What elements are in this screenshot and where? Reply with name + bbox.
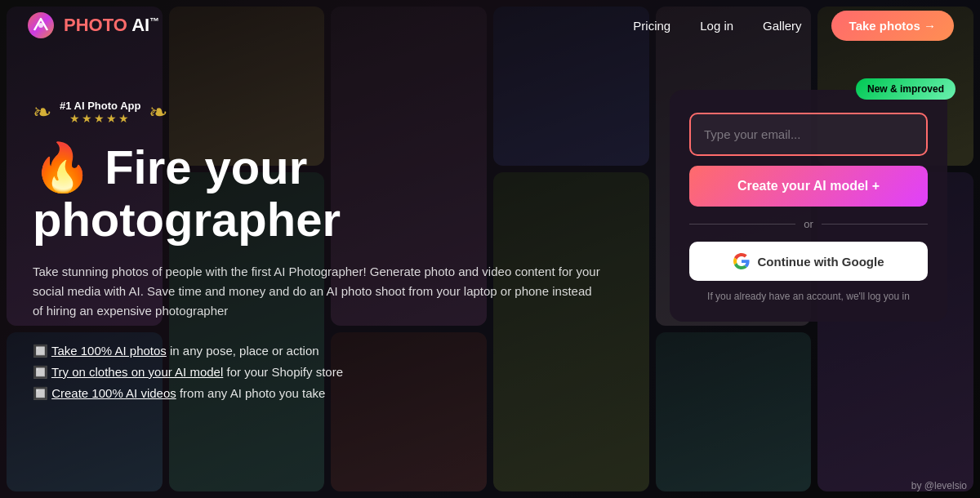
headline: 🔥 Fire your photographer: [33, 141, 637, 246]
feature-rest-3: from any AI photo you take: [180, 386, 325, 400]
form-card: New & improved Create your AI model + or…: [670, 90, 947, 322]
bullet-2: 🔲: [33, 365, 51, 379]
attribution: by @levelsio: [911, 480, 967, 491]
nav-gallery[interactable]: Gallery: [763, 19, 802, 33]
feature-link-1[interactable]: Take 100% AI photos: [51, 344, 167, 358]
award-badge: ❧ #1 AI Photo App ★★★★★ ❧: [33, 100, 637, 125]
headline-line1: Fire your: [105, 140, 307, 193]
feature-link-2[interactable]: Try on clothes on your AI model: [51, 365, 223, 379]
laurel-left: ❧: [33, 101, 51, 124]
google-btn-label: Continue with Google: [758, 255, 884, 269]
google-icon: [733, 253, 750, 269]
logo[interactable]: PHOTO AI™: [26, 11, 159, 40]
nav-cta-button[interactable]: Take photos →: [831, 11, 954, 41]
divider: or: [689, 218, 928, 230]
signin-hint: If you already have an account, we'll lo…: [689, 291, 928, 302]
navbar: PHOTO AI™ Pricing Log in Gallery Take ph…: [0, 0, 980, 51]
nav-login[interactable]: Log in: [700, 19, 733, 33]
stars: ★★★★★: [60, 112, 140, 125]
feature-rest-2: for your Shopify store: [226, 365, 343, 379]
left-content: ❧ #1 AI Photo App ★★★★★ ❧ 🔥 Fire your ph…: [33, 83, 637, 401]
badge-text: #1 AI Photo App ★★★★★: [60, 100, 140, 125]
feature-list: 🔲 Take 100% AI photos in any pose, place…: [33, 344, 637, 401]
headline-line2: photographer: [33, 193, 341, 246]
create-model-button[interactable]: Create your AI model +: [689, 166, 928, 207]
feature-rest-1: in any pose, place or action: [170, 344, 319, 358]
divider-text: or: [804, 218, 813, 230]
nav-pricing[interactable]: Pricing: [633, 19, 670, 33]
svg-point-1: [38, 23, 43, 28]
attribution-text: by @levelsio: [911, 480, 967, 491]
divider-line-right: [822, 224, 928, 225]
logo-text: PHOTO AI™: [64, 15, 159, 36]
bullet-1: 🔲: [33, 344, 51, 358]
google-signin-button[interactable]: Continue with Google: [689, 242, 928, 281]
email-input[interactable]: [689, 113, 928, 156]
nav-links: Pricing Log in Gallery Take photos →: [633, 11, 954, 41]
feature-item-3: 🔲 Create 100% AI videos from any AI phot…: [33, 386, 637, 401]
logo-icon: [26, 11, 56, 40]
new-badge: New & improved: [856, 78, 956, 100]
badge-title: #1 AI Photo App: [60, 100, 140, 112]
hero-subtext: Take stunning photos of people with the …: [33, 262, 604, 321]
feature-item-2: 🔲 Try on clothes on your AI model for yo…: [33, 365, 637, 380]
bullet-3: 🔲: [33, 386, 51, 400]
feature-link-3[interactable]: Create 100% AI videos: [51, 386, 176, 400]
feature-item-1: 🔲 Take 100% AI photos in any pose, place…: [33, 344, 637, 358]
laurel-right: ❧: [149, 101, 167, 124]
fire-emoji: 🔥: [33, 140, 91, 193]
divider-line-left: [689, 224, 795, 225]
main-content: ❧ #1 AI Photo App ★★★★★ ❧ 🔥 Fire your ph…: [0, 51, 980, 498]
